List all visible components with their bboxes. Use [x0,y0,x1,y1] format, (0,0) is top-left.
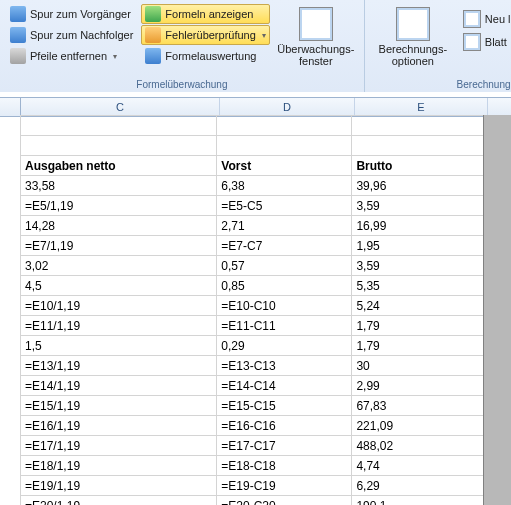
cell[interactable]: 221,09 [352,416,484,436]
cell[interactable]: 39,96 [352,176,484,196]
cell[interactable]: 3,59 [352,256,484,276]
cell[interactable]: 33,58 [21,176,217,196]
cell[interactable] [217,116,352,136]
calculate-sheet-button[interactable]: Blatt [459,31,511,53]
cell[interactable]: =E16/1,19 [21,416,217,436]
group-formula-auditing-label: Formelüberwachung [6,77,358,90]
cell[interactable]: 488,02 [352,436,484,456]
cell[interactable] [352,136,484,156]
select-all-corner[interactable] [0,98,21,116]
cell[interactable]: 2,71 [217,216,352,236]
cell[interactable]: =E5-C5 [217,196,352,216]
cell[interactable]: 1,79 [352,316,484,336]
cell[interactable]: =E14/1,19 [21,376,217,396]
cell[interactable]: 16,99 [352,216,484,236]
cell[interactable]: =E19-C19 [217,476,352,496]
evaluate-formula-icon [145,48,161,64]
cell[interactable]: =E17-C17 [217,436,352,456]
calculate-now-button[interactable]: Neu l [459,8,511,30]
cell[interactable]: 6,29 [352,476,484,496]
show-formulas-button[interactable]: Formeln anzeigen [141,4,270,24]
cell[interactable]: =E11-C11 [217,316,352,336]
evaluate-formula-button[interactable]: Formelauswertung [141,46,270,66]
worksheet: C D E Ausgaben nettoVorstBrutto33,586,38… [0,92,511,505]
cell[interactable] [352,116,484,136]
error-checking-label: Fehlerüberprüfung [165,29,256,41]
column-header-e[interactable]: E [355,98,488,116]
background-pane [483,115,511,505]
chevron-down-icon: ▾ [262,31,266,40]
cell[interactable]: =E16-C16 [217,416,352,436]
cell[interactable]: 190,1 [352,496,484,506]
cell[interactable]: =E18/1,19 [21,456,217,476]
cell[interactable]: =E19/1,19 [21,476,217,496]
watch-window-icon [299,7,333,41]
cell[interactable]: 2,99 [352,376,484,396]
cell[interactable]: =E10/1,19 [21,296,217,316]
cell[interactable]: 1,95 [352,236,484,256]
cell[interactable]: 3,02 [21,256,217,276]
cell[interactable]: =E10-C10 [217,296,352,316]
cell[interactable]: =E18-C18 [217,456,352,476]
cell[interactable]: Brutto [352,156,484,176]
cell[interactable]: =E20-C20 [217,496,352,506]
cell[interactable]: =E15/1,19 [21,396,217,416]
cell[interactable]: Vorst [217,156,352,176]
group-calculation-label: Berechnung [371,77,511,90]
cell[interactable]: =E20/1,19 [21,496,217,506]
cell[interactable]: =E5/1,19 [21,196,217,216]
trace-dependents-label: Spur zum Nachfolger [30,29,133,41]
cell[interactable]: =E13-C13 [217,356,352,376]
trace-dependents-button[interactable]: Spur zum Nachfolger [6,25,137,45]
cell[interactable]: 0,29 [217,336,352,356]
cell[interactable]: =E17/1,19 [21,436,217,456]
cell[interactable]: =E11/1,19 [21,316,217,336]
cell[interactable] [21,116,217,136]
calculate-now-label: Neu l [485,13,511,25]
calculate-now-icon [463,10,481,28]
remove-arrows-label: Pfeile entfernen [30,50,107,62]
column-headers: C D E [0,97,511,117]
cell[interactable]: =E7-C7 [217,236,352,256]
cell[interactable]: 4,5 [21,276,217,296]
cell[interactable]: 1,79 [352,336,484,356]
cell[interactable] [21,136,217,156]
cell[interactable]: 0,57 [217,256,352,276]
cell[interactable]: Ausgaben netto [21,156,217,176]
cells-area[interactable]: Ausgaben nettoVorstBrutto33,586,3839,96=… [20,115,484,505]
cell[interactable]: =E7/1,19 [21,236,217,256]
show-formulas-icon [145,6,161,22]
cell[interactable]: 5,24 [352,296,484,316]
cell[interactable]: 5,35 [352,276,484,296]
calculation-options-icon [396,7,430,41]
column-header-c[interactable]: C [21,98,220,116]
trace-dependents-icon [10,27,26,43]
ribbon: Spur zum Vorgänger Spur zum Nachfolger P… [0,0,511,93]
column-header-d[interactable]: D [220,98,355,116]
cell[interactable]: 14,28 [21,216,217,236]
trace-precedents-label: Spur zum Vorgänger [30,8,131,20]
calculate-sheet-icon [463,33,481,51]
cell[interactable]: 30 [352,356,484,376]
show-formulas-label: Formeln anzeigen [165,8,253,20]
error-checking-icon [145,27,161,43]
cell[interactable]: 6,38 [217,176,352,196]
cell[interactable]: 1,5 [21,336,217,356]
trace-precedents-icon [10,6,26,22]
cell[interactable]: =E15-C15 [217,396,352,416]
cell[interactable]: =E13/1,19 [21,356,217,376]
remove-arrows-button[interactable]: Pfeile entfernen ▾ [6,46,137,66]
calculation-options-label: Berechnungs- optionen [379,43,448,67]
cell[interactable]: 67,83 [352,396,484,416]
cell[interactable]: =E14-C14 [217,376,352,396]
cell[interactable] [217,136,352,156]
trace-precedents-button[interactable]: Spur zum Vorgänger [6,4,137,24]
error-checking-button[interactable]: Fehlerüberprüfung ▾ [141,25,270,45]
calculate-sheet-label: Blatt [485,36,507,48]
chevron-down-icon: ▾ [113,52,117,61]
calculation-options-button[interactable]: Berechnungs- optionen [371,4,455,77]
cell[interactable]: 4,74 [352,456,484,476]
cell[interactable]: 3,59 [352,196,484,216]
watch-window-button[interactable]: Überwachungs- fenster [274,4,358,77]
cell[interactable]: 0,85 [217,276,352,296]
